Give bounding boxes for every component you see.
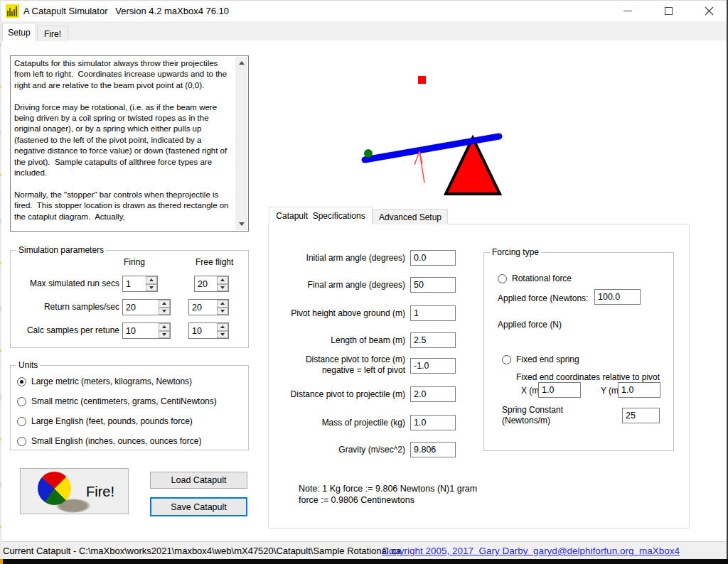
applied-force-newtons-input[interactable] <box>594 289 641 305</box>
spin-up-button[interactable] <box>217 323 228 331</box>
spin-up-button[interactable] <box>159 323 170 331</box>
calc-samples-firing-input[interactable] <box>123 323 159 338</box>
spin-up-button[interactable] <box>159 300 170 308</box>
force-arrow <box>414 151 424 183</box>
final-arm-angle-label: Final arm angle (degrees) <box>270 277 405 293</box>
spin-down-button[interactable] <box>159 331 170 339</box>
tab-fire[interactable]: Fire! <box>37 26 68 41</box>
pivot-to-projectile-input[interactable] <box>410 386 456 402</box>
window-left-edge <box>0 0 1 559</box>
rotational-force-option[interactable]: Rotational force <box>498 273 572 283</box>
spin-down-button[interactable] <box>159 308 170 315</box>
tab-advanced-label: Advanced Setup <box>379 212 441 222</box>
fixed-end-spring-option[interactable]: Fixed end spring <box>502 354 579 364</box>
applied-force-newtons-label: Applied force (Newtons: <box>498 293 588 303</box>
spring-constant-input[interactable] <box>622 408 660 423</box>
spin-up-icon <box>220 325 225 328</box>
calc-samples-label: Calc samples per retune <box>0 322 119 338</box>
beam-length-input[interactable] <box>410 332 456 348</box>
spin-down-icon <box>162 333 166 336</box>
save-catapult-button[interactable]: Save Catapult <box>150 497 247 516</box>
maximize-button[interactable] <box>652 0 685 21</box>
close-icon <box>705 6 714 16</box>
calc-samples-firing-spinner[interactable] <box>122 322 171 339</box>
return-samples-free-input[interactable] <box>189 300 217 315</box>
scroll-up-button[interactable] <box>235 57 247 69</box>
initial-arm-angle-input[interactable] <box>410 250 456 266</box>
tab-setup[interactable]: Setup <box>2 23 36 41</box>
load-catapult-button[interactable]: Load Catapult <box>150 472 247 489</box>
spin-up-button[interactable] <box>217 276 228 284</box>
calc-samples-free-input[interactable] <box>189 323 217 338</box>
pivot-height-input[interactable] <box>410 305 456 321</box>
return-samples-firing-spinner[interactable] <box>122 299 171 315</box>
copyright-link[interactable]: Copyright 2005, 2017 Gary Darby garyd@de… <box>382 546 680 556</box>
minimize-icon <box>623 11 632 11</box>
units-option-small-metric[interactable]: Small metric (centimeters, grams, CentiN… <box>17 396 217 406</box>
radio-icon <box>498 274 507 283</box>
spin-up-icon <box>162 325 166 328</box>
current-catapult-path: Current Catapult - C:\maXbox\works2021\m… <box>3 546 401 556</box>
spring-constant-label2: (Newtons/m) <box>502 416 550 425</box>
main-tab-bar <box>0 21 728 40</box>
max-run-secs-firing-spinner[interactable] <box>122 276 158 292</box>
units-option-label: Large English (feet, pounds, pounds forc… <box>31 416 193 426</box>
max-run-secs-firing-input[interactable] <box>123 276 146 291</box>
description-text: Catapults for this simulator always thro… <box>14 58 233 229</box>
status-bar: Current Catapult - C:\maXbox\works2021\m… <box>0 541 728 559</box>
description-scrollbar[interactable] <box>235 57 247 230</box>
kg-force-note-line1: Note: 1 Kg force := 9.806 Newtons (N)1 g… <box>299 484 477 494</box>
x-coord-input[interactable] <box>538 382 581 398</box>
stopper-rectangle <box>418 76 426 84</box>
close-button[interactable] <box>692 0 726 21</box>
kg-force-note-line2: force := 0.9806 Centinewtons <box>299 495 414 505</box>
max-run-secs-label: Max simulated run secs <box>0 276 119 291</box>
spin-down-icon <box>162 310 166 313</box>
description-memo[interactable]: Catapults for this simulator always thro… <box>10 55 249 232</box>
pivot-to-force-label: Distance pivot to force (m) <box>270 354 405 365</box>
spin-down-button[interactable] <box>217 284 228 292</box>
units-option-small-english[interactable]: Small English (inches, ounces, ounces fo… <box>17 436 201 446</box>
return-samples-label: Return samples/sec <box>0 299 119 315</box>
spin-up-button[interactable] <box>217 300 228 308</box>
tab-fire-label: Fire! <box>44 29 61 39</box>
radio-icon <box>17 417 26 426</box>
spin-down-button[interactable] <box>217 331 228 339</box>
spin-up-button[interactable] <box>146 276 157 284</box>
edge-spark <box>0 559 3 564</box>
projectile-mass-label: Mass of projectile (kg) <box>270 415 405 430</box>
scroll-down-button[interactable] <box>235 218 247 230</box>
return-samples-firing-input[interactable] <box>123 300 159 315</box>
gravity-label: Gravity (m/sec^2) <box>270 442 405 457</box>
spin-up-icon <box>149 278 154 281</box>
y-coord-input[interactable] <box>618 382 660 398</box>
spring-constant-label: Spring Constant <box>502 405 563 415</box>
tab-catapult-specifications[interactable]: Catapult Specifications <box>269 207 373 224</box>
units-option-large-english[interactable]: Large English (feet, pounds, pounds forc… <box>17 416 193 426</box>
return-samples-free-spinner[interactable] <box>188 299 229 315</box>
gravity-input[interactable] <box>410 442 456 457</box>
spin-down-icon <box>220 310 225 313</box>
minimize-button[interactable] <box>611 0 644 21</box>
units-legend: Units <box>16 360 40 370</box>
pivot-height-label: Pivot height above ground (m) <box>270 305 405 321</box>
applied-force-n-label: Applied force (N) <box>498 320 562 330</box>
max-run-secs-free-spinner[interactable] <box>194 276 229 292</box>
spin-down-button[interactable] <box>146 284 157 292</box>
tab-advanced-setup[interactable]: Advanced Setup <box>373 209 448 224</box>
calc-samples-free-spinner[interactable] <box>188 322 229 339</box>
forcing-type-legend: Forcing type <box>490 247 541 257</box>
max-run-secs-free-input[interactable] <box>195 276 217 291</box>
tab-specifications-label: Catapult Specifications <box>276 211 365 221</box>
projectile-mass-input[interactable] <box>410 415 456 430</box>
units-option-large-metric[interactable]: Large metric (meters, kilograms, Newtons… <box>17 376 192 386</box>
window-title: A Catapult Simulator Version 4.2 maXbox4… <box>23 6 229 16</box>
radio-icon <box>17 377 26 386</box>
fire-button-label: Fire! <box>86 484 114 500</box>
fire-button[interactable]: Fire! <box>20 468 129 514</box>
units-option-label: Large metric (meters, kilograms, Newtons… <box>31 376 192 386</box>
pivot-to-projectile-label: Distance pivot to projectile (m) <box>270 386 405 402</box>
spin-down-button[interactable] <box>217 308 228 315</box>
pivot-to-force-input[interactable] <box>410 358 456 374</box>
final-arm-angle-input[interactable] <box>410 277 456 293</box>
